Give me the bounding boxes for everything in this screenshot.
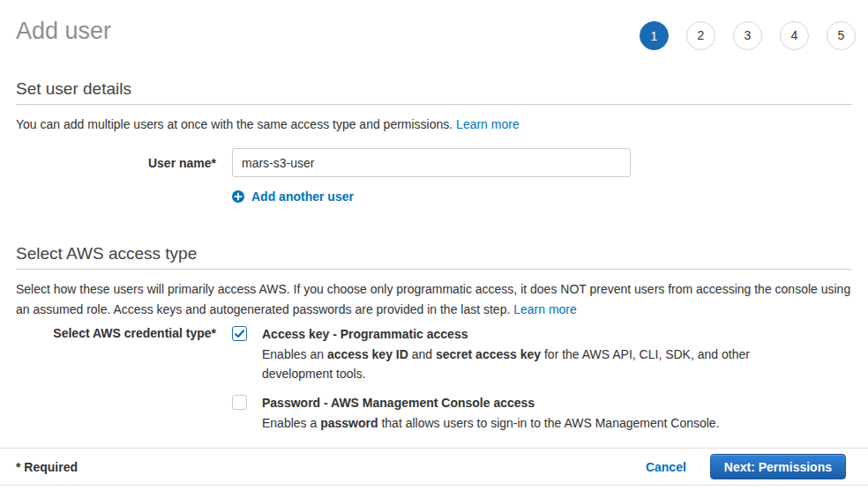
section-user-details: Set user details You can add multiple us… — [0, 79, 868, 204]
step-indicator-5: 5 — [827, 21, 856, 50]
page-header: Add user 1 2 3 4 5 — [0, 0, 868, 44]
plus-circle-icon — [232, 190, 244, 203]
cancel-button[interactable]: Cancel — [646, 460, 686, 474]
add-another-user-row: Add another user — [16, 189, 852, 204]
step-indicator-2: 2 — [686, 21, 715, 50]
add-user-page: Add user 1 2 3 4 5 Set user details You … — [0, 0, 868, 490]
next-permissions-button[interactable]: Next: Permissions — [710, 454, 846, 479]
password-option: Password - AWS Management Console access… — [232, 394, 754, 433]
credential-type-label: Select AWS credential type* — [16, 325, 216, 433]
wizard-step-indicator: 1 2 3 4 5 — [622, 21, 856, 50]
access-type-intro-text: Select how these users will primarily ac… — [16, 282, 850, 316]
add-another-user-button[interactable]: Add another user — [232, 189, 354, 204]
password-option-description: Enables a password that allows users to … — [262, 413, 720, 433]
step-indicator-1: 1 — [640, 21, 669, 50]
step-indicator-3: 3 — [733, 21, 762, 50]
password-option-title: Password - AWS Management Console access — [262, 394, 720, 412]
required-note: * Required — [16, 460, 78, 474]
access-key-checkbox[interactable] — [232, 326, 247, 341]
access-type-heading: Select AWS access type — [16, 244, 852, 270]
username-row: User name* — [16, 148, 852, 177]
user-details-intro: You can add multiple users at once with … — [16, 115, 852, 135]
user-details-intro-text: You can add multiple users at once with … — [16, 117, 453, 131]
check-icon — [235, 330, 244, 338]
access-key-option-description: Enables an access key ID and secret acce… — [262, 345, 754, 383]
access-key-option: Access key - Programmatic access Enables… — [232, 325, 754, 383]
access-key-option-title: Access key - Programmatic access — [262, 325, 754, 343]
username-label: User name* — [16, 148, 216, 177]
step-indicator-4: 4 — [780, 21, 809, 50]
section-access-type: Select AWS access type Select how these … — [0, 244, 868, 433]
credential-options: Access key - Programmatic access Enables… — [232, 325, 754, 433]
access-type-intro: Select how these users will primarily ac… — [16, 279, 852, 320]
learn-more-link[interactable]: Learn more — [456, 117, 520, 131]
wizard-footer: * Required Cancel Next: Permissions — [0, 448, 868, 486]
password-checkbox[interactable] — [232, 395, 247, 410]
add-another-user-label: Add another user — [251, 189, 354, 204]
user-details-heading: Set user details — [16, 79, 852, 105]
credential-type-row: Select AWS credential type* Access key -… — [16, 325, 852, 433]
username-input[interactable] — [232, 148, 631, 177]
learn-more-link[interactable]: Learn more — [513, 302, 577, 316]
